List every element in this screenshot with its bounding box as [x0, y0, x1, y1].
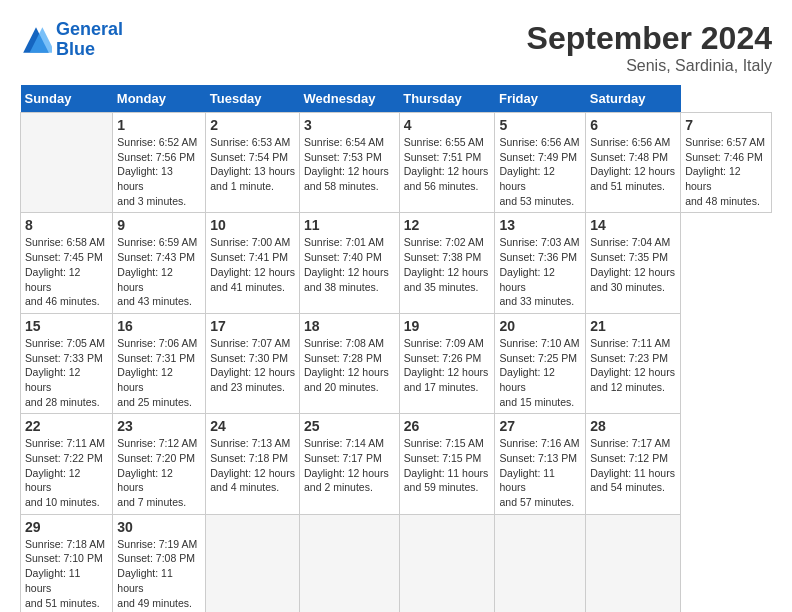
cell-daylight-info: Sunrise: 6:56 AMSunset: 7:49 PMDaylight:… [499, 135, 581, 208]
calendar-cell [206, 514, 300, 612]
cell-daylight-info: Sunrise: 7:09 AMSunset: 7:26 PMDaylight:… [404, 336, 491, 395]
calendar-cell: 25Sunrise: 7:14 AMSunset: 7:17 PMDayligh… [300, 414, 400, 514]
day-number: 26 [404, 418, 491, 434]
header-row: SundayMondayTuesdayWednesdayThursdayFrid… [21, 85, 772, 113]
calendar-cell: 7Sunrise: 6:57 AMSunset: 7:46 PMDaylight… [681, 113, 772, 213]
logo-icon [20, 24, 52, 56]
calendar-cell: 4Sunrise: 6:55 AMSunset: 7:51 PMDaylight… [399, 113, 495, 213]
day-number: 11 [304, 217, 395, 233]
header-day-saturday: Saturday [586, 85, 681, 113]
day-number: 9 [117, 217, 201, 233]
day-number: 1 [117, 117, 201, 133]
header-day-thursday: Thursday [399, 85, 495, 113]
cell-daylight-info: Sunrise: 7:14 AMSunset: 7:17 PMDaylight:… [304, 436, 395, 495]
day-number: 30 [117, 519, 201, 535]
calendar-cell: 18Sunrise: 7:08 AMSunset: 7:28 PMDayligh… [300, 313, 400, 413]
calendar-cell [399, 514, 495, 612]
day-number: 7 [685, 117, 767, 133]
header-day-friday: Friday [495, 85, 586, 113]
cell-daylight-info: Sunrise: 7:13 AMSunset: 7:18 PMDaylight:… [210, 436, 295, 495]
title-block: September 2024 Senis, Sardinia, Italy [527, 20, 772, 75]
calendar-cell [300, 514, 400, 612]
day-number: 15 [25, 318, 108, 334]
page-header: General Blue September 2024 Senis, Sardi… [20, 20, 772, 75]
day-number: 2 [210, 117, 295, 133]
cell-daylight-info: Sunrise: 6:57 AMSunset: 7:46 PMDaylight:… [685, 135, 767, 208]
cell-daylight-info: Sunrise: 6:53 AMSunset: 7:54 PMDaylight:… [210, 135, 295, 194]
day-number: 13 [499, 217, 581, 233]
cell-daylight-info: Sunrise: 7:19 AMSunset: 7:08 PMDaylight:… [117, 537, 201, 610]
cell-daylight-info: Sunrise: 7:04 AMSunset: 7:35 PMDaylight:… [590, 235, 676, 294]
day-number: 16 [117, 318, 201, 334]
calendar-cell: 6Sunrise: 6:56 AMSunset: 7:48 PMDaylight… [586, 113, 681, 213]
calendar-cell: 13Sunrise: 7:03 AMSunset: 7:36 PMDayligh… [495, 213, 586, 313]
logo-text: General Blue [56, 20, 123, 60]
day-number: 25 [304, 418, 395, 434]
location-subtitle: Senis, Sardinia, Italy [527, 57, 772, 75]
calendar-header: SundayMondayTuesdayWednesdayThursdayFrid… [21, 85, 772, 113]
calendar-cell: 28Sunrise: 7:17 AMSunset: 7:12 PMDayligh… [586, 414, 681, 514]
cell-daylight-info: Sunrise: 7:11 AMSunset: 7:23 PMDaylight:… [590, 336, 676, 395]
calendar-cell: 17Sunrise: 7:07 AMSunset: 7:30 PMDayligh… [206, 313, 300, 413]
logo: General Blue [20, 20, 123, 60]
cell-daylight-info: Sunrise: 7:16 AMSunset: 7:13 PMDaylight:… [499, 436, 581, 509]
cell-daylight-info: Sunrise: 7:10 AMSunset: 7:25 PMDaylight:… [499, 336, 581, 409]
calendar-week-5: 29Sunrise: 7:18 AMSunset: 7:10 PMDayligh… [21, 514, 772, 612]
calendar-body: 1Sunrise: 6:52 AMSunset: 7:56 PMDaylight… [21, 113, 772, 613]
day-number: 5 [499, 117, 581, 133]
empty-cell [21, 113, 113, 213]
calendar-cell: 16Sunrise: 7:06 AMSunset: 7:31 PMDayligh… [113, 313, 206, 413]
day-number: 27 [499, 418, 581, 434]
cell-daylight-info: Sunrise: 7:18 AMSunset: 7:10 PMDaylight:… [25, 537, 108, 610]
day-number: 18 [304, 318, 395, 334]
calendar-cell: 23Sunrise: 7:12 AMSunset: 7:20 PMDayligh… [113, 414, 206, 514]
calendar-cell: 3Sunrise: 6:54 AMSunset: 7:53 PMDaylight… [300, 113, 400, 213]
calendar-week-2: 8Sunrise: 6:58 AMSunset: 7:45 PMDaylight… [21, 213, 772, 313]
header-day-sunday: Sunday [21, 85, 113, 113]
cell-daylight-info: Sunrise: 7:02 AMSunset: 7:38 PMDaylight:… [404, 235, 491, 294]
cell-daylight-info: Sunrise: 6:54 AMSunset: 7:53 PMDaylight:… [304, 135, 395, 194]
calendar-cell: 9Sunrise: 6:59 AMSunset: 7:43 PMDaylight… [113, 213, 206, 313]
cell-daylight-info: Sunrise: 6:58 AMSunset: 7:45 PMDaylight:… [25, 235, 108, 308]
calendar-cell: 12Sunrise: 7:02 AMSunset: 7:38 PMDayligh… [399, 213, 495, 313]
calendar-week-3: 15Sunrise: 7:05 AMSunset: 7:33 PMDayligh… [21, 313, 772, 413]
day-number: 17 [210, 318, 295, 334]
day-number: 23 [117, 418, 201, 434]
calendar-cell: 5Sunrise: 6:56 AMSunset: 7:49 PMDaylight… [495, 113, 586, 213]
day-number: 21 [590, 318, 676, 334]
calendar-cell [586, 514, 681, 612]
calendar-cell: 21Sunrise: 7:11 AMSunset: 7:23 PMDayligh… [586, 313, 681, 413]
day-number: 6 [590, 117, 676, 133]
cell-daylight-info: Sunrise: 7:15 AMSunset: 7:15 PMDaylight:… [404, 436, 491, 495]
day-number: 22 [25, 418, 108, 434]
day-number: 14 [590, 217, 676, 233]
calendar-cell: 19Sunrise: 7:09 AMSunset: 7:26 PMDayligh… [399, 313, 495, 413]
cell-daylight-info: Sunrise: 6:56 AMSunset: 7:48 PMDaylight:… [590, 135, 676, 194]
calendar-week-4: 22Sunrise: 7:11 AMSunset: 7:22 PMDayligh… [21, 414, 772, 514]
calendar-cell: 11Sunrise: 7:01 AMSunset: 7:40 PMDayligh… [300, 213, 400, 313]
cell-daylight-info: Sunrise: 7:08 AMSunset: 7:28 PMDaylight:… [304, 336, 395, 395]
cell-daylight-info: Sunrise: 7:07 AMSunset: 7:30 PMDaylight:… [210, 336, 295, 395]
cell-daylight-info: Sunrise: 7:12 AMSunset: 7:20 PMDaylight:… [117, 436, 201, 509]
calendar-cell: 14Sunrise: 7:04 AMSunset: 7:35 PMDayligh… [586, 213, 681, 313]
calendar-cell: 29Sunrise: 7:18 AMSunset: 7:10 PMDayligh… [21, 514, 113, 612]
calendar-cell [495, 514, 586, 612]
day-number: 10 [210, 217, 295, 233]
calendar-cell: 26Sunrise: 7:15 AMSunset: 7:15 PMDayligh… [399, 414, 495, 514]
header-day-wednesday: Wednesday [300, 85, 400, 113]
cell-daylight-info: Sunrise: 7:06 AMSunset: 7:31 PMDaylight:… [117, 336, 201, 409]
day-number: 8 [25, 217, 108, 233]
day-number: 12 [404, 217, 491, 233]
day-number: 28 [590, 418, 676, 434]
month-title: September 2024 [527, 20, 772, 57]
logo-line2: Blue [56, 39, 95, 59]
cell-daylight-info: Sunrise: 7:00 AMSunset: 7:41 PMDaylight:… [210, 235, 295, 294]
calendar-cell: 24Sunrise: 7:13 AMSunset: 7:18 PMDayligh… [206, 414, 300, 514]
cell-daylight-info: Sunrise: 6:52 AMSunset: 7:56 PMDaylight:… [117, 135, 201, 208]
cell-daylight-info: Sunrise: 6:55 AMSunset: 7:51 PMDaylight:… [404, 135, 491, 194]
cell-daylight-info: Sunrise: 6:59 AMSunset: 7:43 PMDaylight:… [117, 235, 201, 308]
calendar-cell: 10Sunrise: 7:00 AMSunset: 7:41 PMDayligh… [206, 213, 300, 313]
calendar-cell: 2Sunrise: 6:53 AMSunset: 7:54 PMDaylight… [206, 113, 300, 213]
calendar-week-1: 1Sunrise: 6:52 AMSunset: 7:56 PMDaylight… [21, 113, 772, 213]
calendar-cell: 30Sunrise: 7:19 AMSunset: 7:08 PMDayligh… [113, 514, 206, 612]
